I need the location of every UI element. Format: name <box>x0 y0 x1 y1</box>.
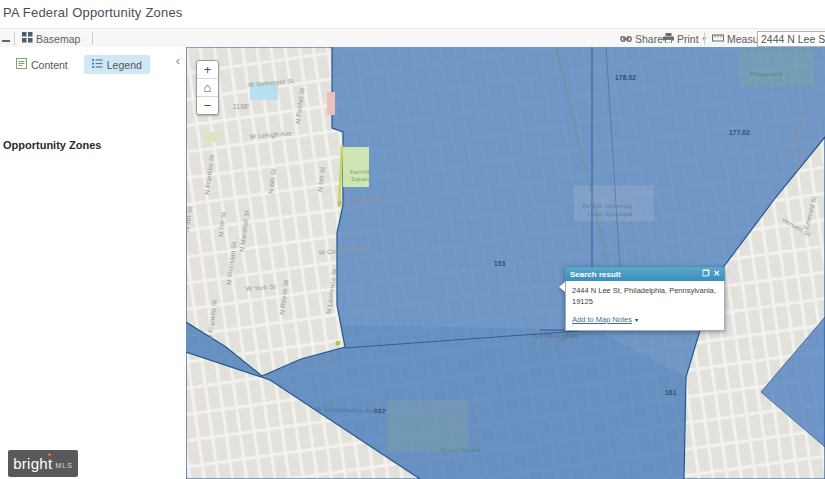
map-label: 161 <box>665 389 676 396</box>
zoom-out-button[interactable]: − <box>197 96 218 114</box>
tab-legend[interactable]: Legend <box>84 55 150 74</box>
map-label: Kensington <box>533 331 579 340</box>
divider <box>92 32 93 45</box>
ruler-icon <box>712 33 724 45</box>
page-title: PA Federal Opportunity Zones <box>3 5 183 20</box>
map-label: Norris Square <box>441 447 481 453</box>
bright-mls-logo: bright MLS <box>8 450 78 477</box>
map-label: 162 <box>374 407 386 414</box>
sidebar-tabs: Content Legend <box>8 55 150 74</box>
popup-address: 2444 N Lee St, Philadelphia, Pennsylvani… <box>572 286 718 308</box>
map-canvas[interactable]: W Somerset St1198'W Lehigh AveW Huntingd… <box>186 47 825 479</box>
popup-pointer <box>559 282 565 292</box>
popup-maximize-icon[interactable]: ❐ <box>702 267 709 281</box>
map-label: Playground <box>750 71 782 77</box>
map-label: Square <box>351 176 372 182</box>
map-notes-caret-icon[interactable]: ▾ <box>635 316 638 323</box>
map-label: Temple University <box>582 203 633 209</box>
map-graphics <box>186 47 825 479</box>
divider <box>704 32 705 45</box>
legend-title: Opportunity Zones <box>3 139 101 151</box>
legend-icon <box>92 58 103 71</box>
map-label: Hosp Episcopal <box>588 211 633 217</box>
logo-text: bright <box>13 456 52 471</box>
logo-suffix: MLS <box>55 462 72 469</box>
norris-square-park <box>388 400 468 452</box>
zoom-in-button[interactable]: + <box>197 61 218 78</box>
sidebar-collapse-icon[interactable]: ‹ <box>176 54 180 67</box>
map-zoom-controls: + ⌂ − <box>196 60 219 115</box>
printer-icon <box>663 33 674 45</box>
popup-close-icon[interactable]: ✕ <box>713 267 720 281</box>
tab-content-label: Content <box>31 59 68 71</box>
home-button[interactable]: ⌂ <box>197 78 218 96</box>
search-result-popup: Search result ❐ ✕ 2444 N Lee St, Philade… <box>565 267 725 331</box>
map-label: 178.02 <box>615 74 636 81</box>
popup-body: 2444 N Lee St, Philadelphia, Pennsylvani… <box>565 281 725 331</box>
zone-highlight-dot <box>336 341 341 346</box>
toolbar: Basemap Share Print ▾ Measure <box>0 28 825 49</box>
map-label: 177.02 <box>729 129 750 136</box>
basemap-label: Basemap <box>36 33 80 45</box>
basemap-button[interactable]: Basemap <box>22 29 80 48</box>
map-label: 153 <box>494 260 505 267</box>
popup-header: Search result ❐ ✕ <box>565 267 725 281</box>
content-icon <box>16 58 27 71</box>
toolbar-minimize-handle[interactable] <box>2 37 10 42</box>
sidebar-panel: Content Legend ‹ Opportunity Zones <box>0 47 187 479</box>
share-button[interactable]: Share <box>620 29 663 48</box>
add-to-map-notes-link[interactable]: Add to Map Notes <box>572 315 632 324</box>
popup-title: Search result <box>570 270 698 279</box>
print-button[interactable]: Print ▾ <box>663 29 706 48</box>
app-header: PA Federal Opportunity Zones <box>0 0 825 28</box>
map-label: Fairhill <box>350 169 369 175</box>
basemap-grid-icon <box>22 32 33 45</box>
search-input[interactable] <box>757 31 825 47</box>
map-label: 1198' <box>233 103 249 110</box>
tab-legend-label: Legend <box>107 59 142 71</box>
tab-content[interactable]: Content <box>8 55 76 74</box>
share-link-icon <box>620 33 632 45</box>
share-label: Share <box>635 33 663 45</box>
print-label: Print <box>677 33 699 45</box>
divider <box>14 32 15 45</box>
